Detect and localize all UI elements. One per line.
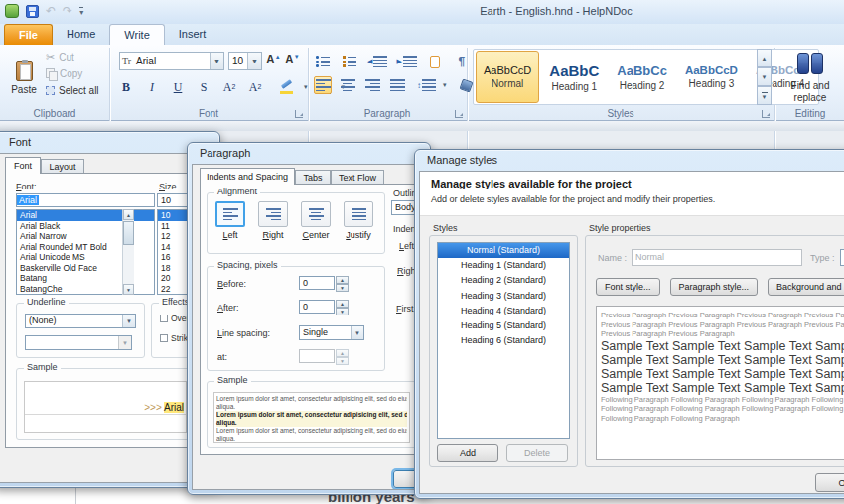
select-all-button[interactable]: Select all <box>46 85 99 96</box>
shrink-font-button[interactable]: A▼ <box>285 53 300 66</box>
style-gallery-item[interactable]: AaBbCcD Normal <box>476 51 539 103</box>
strikethrough-button[interactable]: S <box>195 78 212 96</box>
justify-button[interactable] <box>388 76 406 94</box>
style-list-item[interactable]: Heading 4 (Standard) <box>438 304 569 318</box>
tab-layout[interactable]: Layout <box>41 159 84 174</box>
copy-button[interactable]: Copy <box>46 68 82 79</box>
font-dialog-launcher[interactable] <box>295 110 303 118</box>
align-right-icon <box>365 79 380 91</box>
style-property-button[interactable]: Paragraph style... <box>670 278 759 296</box>
ribbon-tab[interactable]: File <box>4 24 53 45</box>
ok-button[interactable]: OK <box>815 473 844 492</box>
style-property-button[interactable]: Background and <box>768 278 844 296</box>
style-property-button[interactable]: Font style... <box>596 278 660 296</box>
paste-button[interactable]: Paste <box>6 50 42 105</box>
paragraph-dialog-launcher[interactable] <box>455 110 463 118</box>
after-input[interactable]: 0 <box>299 300 335 314</box>
style-list-item[interactable]: Normal (Standard) <box>438 243 569 258</box>
name-input: Normal <box>632 249 802 266</box>
italic-button[interactable]: I <box>143 78 161 96</box>
undo-icon[interactable]: ↶ <box>46 5 56 17</box>
dialog-header: Manage styles available for the project … <box>420 172 844 216</box>
line-spacing-combo[interactable]: Single ▼ <box>299 325 364 340</box>
gallery-expand-icon[interactable]: ▼ <box>757 86 772 105</box>
helpndoc-logo-icon[interactable] <box>5 4 19 18</box>
scroll-down-icon[interactable]: ▼ <box>123 284 134 295</box>
scroll-up-icon[interactable]: ▲ <box>123 209 134 220</box>
tab-text-flow[interactable]: Text Flow <box>331 170 384 185</box>
styles-list[interactable]: Normal (Standard)Heading 1 (Standard)Hea… <box>437 242 570 439</box>
chevron-down-icon[interactable]: ▼ <box>122 315 135 327</box>
highlight-dropdown-icon[interactable]: ▾ <box>304 83 308 91</box>
borders-button[interactable] <box>426 53 444 70</box>
align-left-button[interactable] <box>314 76 332 94</box>
style-list-item[interactable]: Heading 2 (Standard) <box>438 273 569 288</box>
alignment-button[interactable] <box>258 201 288 227</box>
delete-button[interactable]: Delete <box>506 444 568 462</box>
bold-button[interactable]: B <box>117 78 135 96</box>
before-spinner[interactable]: ▲▼ <box>336 276 349 290</box>
style-gallery-item[interactable]: AaBbCc Heading 2 <box>609 51 675 103</box>
ribbon-tab-strip: FileHomeWriteInsert <box>0 24 844 45</box>
alignment-icon <box>309 208 324 220</box>
highlight-color-button[interactable] <box>278 78 296 96</box>
add-button[interactable]: Add <box>437 444 498 462</box>
numbered-list-button[interactable] <box>341 53 358 70</box>
alignment-button[interactable] <box>344 201 373 227</box>
increase-indent-button[interactable]: ▶ <box>396 53 416 70</box>
chevron-down-icon[interactable]: ▼ <box>210 53 223 69</box>
tab-font[interactable]: Font <box>5 157 41 174</box>
decrease-indent-button[interactable]: ◀ <box>367 53 387 70</box>
cut-button[interactable]: ✂ Cut <box>46 52 74 63</box>
alignment-button[interactable] <box>301 201 331 227</box>
font-list-scrollbar[interactable]: ▲ ▼ <box>122 209 134 295</box>
redo-icon[interactable]: ↷ <box>63 5 72 17</box>
ribbon-tab[interactable]: Write <box>109 24 164 45</box>
scroll-thumb[interactable] <box>123 221 134 245</box>
superscript-button[interactable]: A2 <box>246 78 264 96</box>
sample-paragraph: Lorem ipsum dolor sit amet, consectetur … <box>216 411 407 427</box>
pilcrow-icon: ¶ <box>458 55 465 68</box>
sample-text-line: Sample Text Sample Text Sample Text Samp… <box>601 367 844 381</box>
style-list-item[interactable]: Heading 5 (Standard) <box>438 318 569 333</box>
style-gallery-item[interactable]: AaBbC Heading 1 <box>541 51 607 103</box>
style-gallery-item[interactable]: AaBbCcD Heading 3 <box>677 51 746 103</box>
chevron-down-icon[interactable]: ▼ <box>247 53 261 69</box>
alignment-button[interactable] <box>215 201 245 227</box>
subscript-button[interactable]: A2 <box>220 78 238 96</box>
underline-combo[interactable]: (None) ▼ <box>25 314 136 328</box>
gallery-scroll-up-icon[interactable]: ▲ <box>757 49 772 67</box>
ribbon-tab[interactable]: Home <box>53 24 109 45</box>
ribbon-tab[interactable]: Insert <box>165 24 220 45</box>
style-name: Heading 2 <box>620 80 665 91</box>
chevron-down-icon[interactable]: ▼ <box>351 326 363 339</box>
line-spacing-button[interactable]: ↕ <box>417 76 436 94</box>
find-replace-button[interactable] <box>797 53 823 74</box>
tab-indents-spacing[interactable]: Indents and Spacing <box>200 168 295 185</box>
grow-font-button[interactable]: A▲ <box>266 53 281 66</box>
font-list[interactable]: ArialArial BlackArial NarrowArial Rounde… <box>16 209 155 295</box>
font-name-input[interactable]: Arial <box>16 193 155 207</box>
binoculars-icon <box>811 53 823 74</box>
before-input[interactable]: 0 <box>299 276 335 290</box>
line-spacing-dropdown-icon[interactable]: ▾ <box>443 81 447 89</box>
align-right-button[interactable] <box>363 76 381 94</box>
after-spinner[interactable]: ▲▼ <box>336 300 349 314</box>
following-paragraph-line: Following Paragraph Following Paragraph <box>601 414 844 424</box>
style-list-item[interactable]: Heading 6 (Standard) <box>438 333 569 348</box>
font-family-combo[interactable]: Tr Arial ▼ <box>119 52 224 70</box>
bullet-list-button[interactable] <box>314 53 332 70</box>
font-size-combo[interactable]: 10 ▼ <box>228 52 262 70</box>
find-replace-label[interactable]: Find and replace <box>776 80 844 104</box>
align-center-button[interactable] <box>339 76 356 94</box>
style-list-item[interactable]: Heading 3 (Standard) <box>438 289 569 304</box>
styles-dialog-launcher[interactable] <box>762 110 770 118</box>
tab-tabs[interactable]: Tabs <box>295 170 331 185</box>
customize-toolbar-icon[interactable]: ▾ <box>79 7 83 16</box>
underline-style-combo[interactable]: ▼ <box>25 335 132 350</box>
save-icon[interactable] <box>26 5 39 18</box>
style-list-item[interactable]: Heading 1 (Standard) <box>438 258 569 273</box>
gallery-scroll-down-icon[interactable]: ▼ <box>757 67 772 86</box>
show-formatting-button[interactable]: ¶ <box>453 53 471 70</box>
underline-button[interactable]: U <box>169 78 187 96</box>
